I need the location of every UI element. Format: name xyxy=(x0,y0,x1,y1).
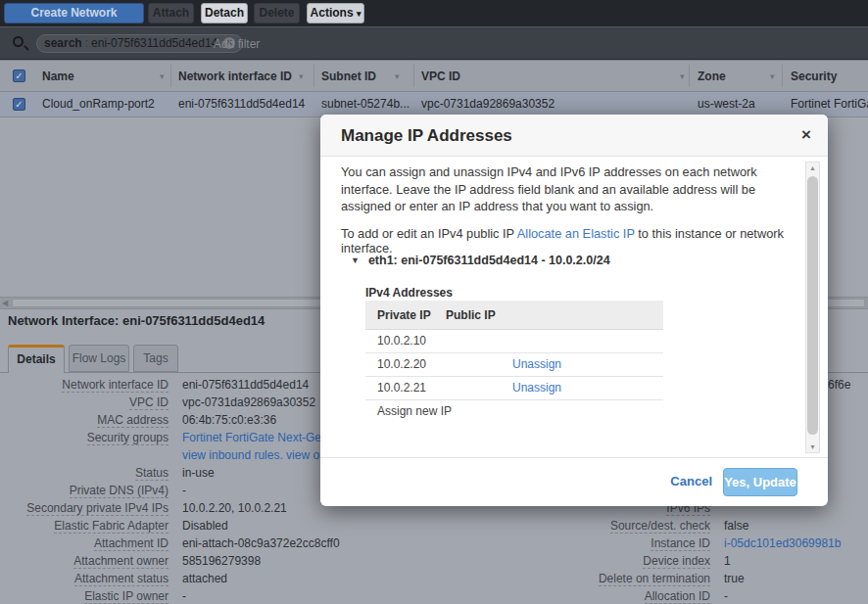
modal-scrollbar-thumb[interactable] xyxy=(807,176,818,435)
tab-flow-logs[interactable]: Flow Logs xyxy=(69,345,129,372)
delete-button: Delete xyxy=(254,3,300,23)
detail-value: - xyxy=(724,587,728,604)
detail-row: Network interface IDeni-075f6311dd5d4ed1… xyxy=(0,376,309,394)
detail-row: VPC IDvpc-0731da92869a30352 xyxy=(0,394,315,411)
detail-label: Network interface ID xyxy=(62,378,169,393)
cell-name: Cloud_onRamp-port2 xyxy=(42,92,155,116)
add-filter-input[interactable]: Add filter xyxy=(214,37,260,51)
clipped-subnet-id-fragment: 6f6e xyxy=(828,376,850,394)
action-toolbar: Create Network Interface Attach Detach D… xyxy=(0,0,868,26)
detail-row: Attachment IDeni-attach-08c9a372e2cc8cff… xyxy=(0,534,340,552)
ip-row: 10.0.2.21 Unassign xyxy=(365,377,663,400)
modal-body: You can assign and unassign IPv4 and IPv… xyxy=(320,158,828,457)
column-header-subnet-id[interactable]: Subnet ID xyxy=(321,61,376,92)
detail-row: MAC address06:4b:75:c0:e3:36 xyxy=(0,411,276,429)
detail-value: vpc-0731da92869a30352 xyxy=(182,394,315,411)
scroll-up-icon[interactable]: ▲ xyxy=(806,164,819,171)
detail-row: Delete on terminationtrue xyxy=(514,570,745,587)
scroll-down-icon[interactable]: ▼ xyxy=(806,443,819,450)
detail-row: Attachment statusattached xyxy=(0,570,227,587)
actions-dropdown-button[interactable]: Actions ▾ xyxy=(307,3,364,23)
elastic-prefix: To add or edit an IPv4 public IP xyxy=(341,226,517,241)
detail-row: Instance IDi-05dc101ed3069981b xyxy=(514,534,841,552)
detail-row: Attachment owner585196279398 xyxy=(0,552,261,570)
column-header-vpc-id[interactable]: VPC ID xyxy=(421,61,460,92)
manage-ip-addresses-modal: Manage IP Addresses × You can assign and… xyxy=(320,115,828,506)
cancel-button[interactable]: Cancel xyxy=(670,474,712,488)
detail-label: Attachment ID xyxy=(94,536,169,551)
modal-intro-text: You can assign and unassign IPv4 and IPv… xyxy=(341,163,788,215)
detail-value: eni-075f6311dd5d4ed14 xyxy=(182,376,309,394)
column-divider xyxy=(170,65,171,87)
detail-label: Source/dest. check xyxy=(610,519,710,534)
detail-label: Status xyxy=(135,466,169,481)
detail-label: Delete on termination xyxy=(599,572,710,586)
scroll-left-icon[interactable]: ◀ xyxy=(2,298,8,309)
unassign-link[interactable]: Unassign xyxy=(512,353,561,376)
detail-row: Security groupsFortinet FortiGate Next-G… xyxy=(0,429,351,446)
modal-vertical-scrollbar[interactable]: ▲ ▼ xyxy=(805,162,820,453)
yes-update-button[interactable]: Yes, Update xyxy=(723,468,797,496)
expander-triangle-icon: ▼ xyxy=(351,256,360,265)
cell-zone: us-west-2a xyxy=(698,92,755,116)
row-checkbox[interactable]: ✓ xyxy=(13,98,25,111)
sort-caret-icon[interactable]: ▾ xyxy=(680,61,685,92)
ipv4-addresses-title: IPv4 Addresses xyxy=(365,286,453,300)
ip-row: 10.0.2.10 xyxy=(365,330,663,353)
column-header-interface-id[interactable]: Network interface ID xyxy=(178,61,292,92)
create-network-interface-button[interactable]: Create Network Interface xyxy=(4,3,144,23)
column-header-zone[interactable]: Zone xyxy=(698,61,726,92)
sort-caret-icon[interactable]: ▾ xyxy=(160,61,165,92)
detail-value: false xyxy=(724,517,748,534)
detail-label: Security groups xyxy=(87,431,169,445)
allocate-elastic-ip-link[interactable]: Allocate an Elastic IP xyxy=(517,226,635,241)
eth1-expander[interactable]: ▼eth1: eni-075f6311dd5d4ed14 - 10.0.2.0/… xyxy=(351,254,610,267)
sort-caret-icon[interactable]: ▾ xyxy=(770,61,775,92)
ec2-network-interfaces-page: Create Network Interface Attach Detach D… xyxy=(0,0,868,604)
assign-new-ip-link[interactable]: Assign new IP xyxy=(377,400,452,423)
detail-row: Allocation ID- xyxy=(514,587,728,604)
column-header-name[interactable]: Name xyxy=(42,61,74,92)
cell-vpc-id: vpc-0731da92869a30352 xyxy=(421,92,555,116)
tab-tags[interactable]: Tags xyxy=(133,345,178,372)
unassign-link[interactable]: Unassign xyxy=(512,377,561,399)
ipv4-addresses-table: Private IP Public IP 10.0.2.10 10.0.2.20… xyxy=(365,301,663,424)
detail-row: view inbound rules. view outbou xyxy=(0,446,349,464)
detail-label: Elastic IP owner xyxy=(84,589,169,604)
detail-label: Private DNS (IPv4) xyxy=(70,484,169,498)
detail-label: MAC address xyxy=(97,413,169,428)
detail-row: Private DNS (IPv4)- xyxy=(0,482,186,499)
detail-value: - xyxy=(182,587,186,604)
tab-details[interactable]: Details xyxy=(8,345,65,373)
detail-row: Elastic IP owner- xyxy=(0,587,186,604)
instance-id-link[interactable]: i-05dc101ed3069981b xyxy=(724,534,841,552)
detail-label: Instance ID xyxy=(651,536,710,551)
sort-caret-icon[interactable]: ▾ xyxy=(299,61,304,92)
detail-row: Elastic Fabric AdapterDisabled xyxy=(0,517,228,534)
column-divider xyxy=(313,65,314,87)
chevron-down-icon: ▾ xyxy=(357,9,362,19)
column-divider xyxy=(413,65,414,87)
column-divider xyxy=(782,65,783,87)
select-all-checkbox[interactable]: ✓ xyxy=(13,70,25,82)
sort-caret-icon[interactable]: ▾ xyxy=(395,61,400,92)
public-ip-column-header: Public IP xyxy=(446,301,496,330)
cell-security-groups-link[interactable]: Fortinet FortiGate xyxy=(791,92,868,116)
detail-value: 10.0.2.20, 10.0.2.21 xyxy=(182,499,287,517)
detail-row: Secondary private IPv4 IPs10.0.2.20, 10.… xyxy=(0,499,287,517)
close-icon[interactable]: × xyxy=(801,125,811,145)
filter-value: eni-075f6311dd5d4ed14 xyxy=(91,36,217,50)
detach-button[interactable]: Detach xyxy=(201,3,248,23)
modal-footer: Cancel Yes, Update xyxy=(320,457,828,506)
ip-table-header: Private IP Public IP xyxy=(365,301,663,330)
detail-section-title: Network Interface: eni-075f6311dd5d4ed14 xyxy=(8,313,265,328)
search-filter-chip[interactable]: search:eni-075f6311dd5d4ed14× xyxy=(36,34,243,53)
detail-row: Statusin-use xyxy=(0,464,215,482)
detail-value: 1 xyxy=(724,552,731,570)
modal-header: Manage IP Addresses × xyxy=(320,115,828,157)
detail-value: eni-attach-08c9a372e2cc8cff0 xyxy=(182,534,340,552)
actions-label: Actions xyxy=(311,6,354,20)
detail-value: attached xyxy=(182,570,227,587)
private-ip-value: 10.0.2.10 xyxy=(377,330,426,352)
detail-value: true xyxy=(724,570,745,587)
